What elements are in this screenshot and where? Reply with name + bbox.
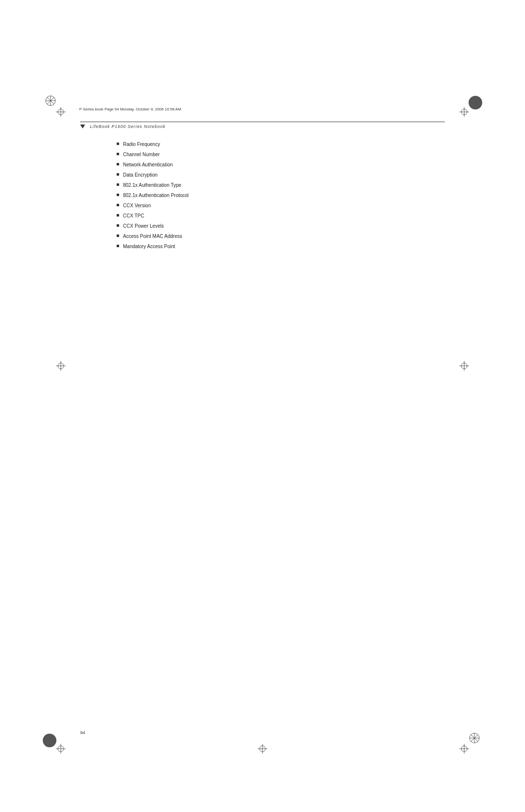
- list-item-text: CCX Power Levels: [123, 223, 164, 230]
- list-item-text: 802.1x Authentication Protocol: [123, 192, 189, 199]
- list-item: Network Authentication: [117, 162, 445, 168]
- book-title-line: LifeBook P1600 Series Notebook: [80, 124, 445, 129]
- list-item: CCX TPC: [117, 213, 445, 219]
- registration-mark-bottom-mid: [257, 743, 268, 755]
- list-item-text: Network Authentication: [123, 162, 173, 168]
- print-info: P Series.book Page 94 Monday, October 9,…: [79, 107, 181, 111]
- list-item-text: Radio Frequency: [123, 141, 160, 148]
- bullet-icon: [117, 214, 119, 217]
- list-item: 802.1x Authentication Protocol: [117, 192, 445, 199]
- list-item-text: 802.1x Authentication Type: [123, 182, 181, 189]
- bullet-icon: [117, 204, 119, 206]
- list-item: Access Point MAC Address: [117, 233, 445, 240]
- page-number: 94: [80, 730, 85, 735]
- list-item: 802.1x Authentication Type: [117, 182, 445, 189]
- registration-mark-top-left-outer: [45, 95, 56, 107]
- list-item-text: CCX TPC: [123, 213, 144, 219]
- registration-mark-mid-right: [458, 360, 470, 372]
- main-content: Radio FrequencyChannel NumberNetwork Aut…: [117, 141, 445, 253]
- header-rule: [80, 122, 445, 122]
- list-item: Data Encryption: [117, 172, 445, 179]
- page-header: LifeBook P1600 Series Notebook: [80, 122, 445, 133]
- registration-mark-top-right-inner: [458, 106, 470, 118]
- bullet-icon: [117, 245, 119, 247]
- bullet-icon: [117, 194, 119, 196]
- list-item: Mandatory Access Point: [117, 243, 445, 250]
- registration-mark-bottom-left-inner: [55, 743, 67, 755]
- filled-circle-bottom-left: [43, 734, 56, 747]
- list-item: CCX Power Levels: [117, 223, 445, 230]
- feature-list: Radio FrequencyChannel NumberNetwork Aut…: [117, 141, 445, 250]
- list-item: Radio Frequency: [117, 141, 445, 148]
- registration-mark-bottom-right-inner: [458, 743, 470, 755]
- list-item: CCX Version: [117, 202, 445, 209]
- registration-mark-mid-left: [55, 360, 67, 372]
- bullet-icon: [117, 183, 119, 186]
- bullet-icon: [117, 235, 119, 237]
- book-title: LifeBook P1600 Series Notebook: [90, 124, 166, 129]
- list-item-text: Access Point MAC Address: [123, 233, 182, 240]
- list-item: Channel Number: [117, 151, 445, 158]
- bullet-icon: [117, 163, 119, 165]
- list-item-text: CCX Version: [123, 202, 151, 209]
- list-item-text: Mandatory Access Point: [123, 243, 175, 250]
- filled-circle-top-right: [469, 96, 482, 109]
- bullet-icon: [117, 143, 119, 145]
- list-item-text: Channel Number: [123, 151, 160, 158]
- registration-mark-top-left-inner: [55, 106, 67, 118]
- registration-mark-bottom-right-outer: [469, 732, 480, 744]
- bullet-icon: [117, 153, 119, 155]
- bookmark-icon: [80, 125, 85, 128]
- bullet-icon: [117, 224, 119, 227]
- bullet-icon: [117, 173, 119, 176]
- list-item-text: Data Encryption: [123, 172, 158, 179]
